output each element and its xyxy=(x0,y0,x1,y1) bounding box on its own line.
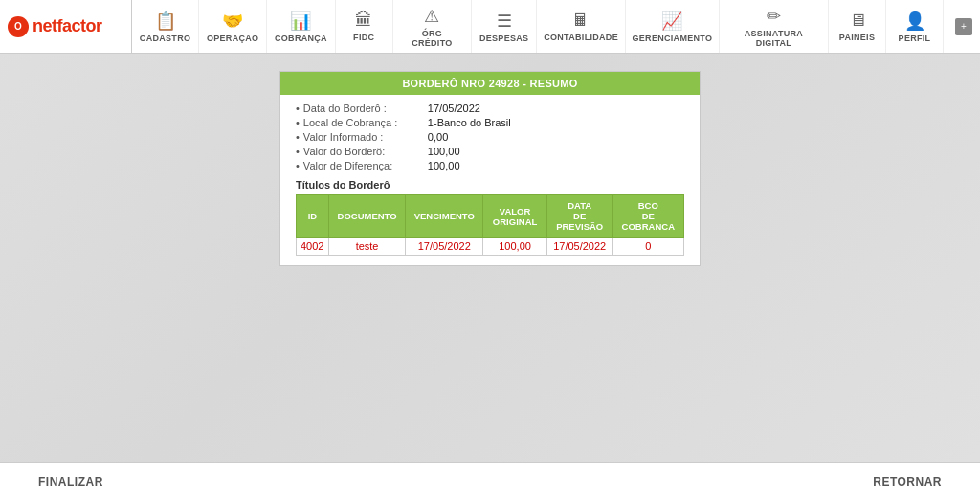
titles-table: IDDOCUMENTOVENCIMENTOVALORORIGINALDATADE… xyxy=(296,194,684,256)
info-label: Valor do Borderô: xyxy=(303,146,428,157)
nav-item-perfil[interactable]: 👤 PERFIL xyxy=(886,0,944,53)
logo-text: netfactor xyxy=(33,16,102,36)
nav-item-contabilidade[interactable]: 🖩 CONTABILIDADE xyxy=(537,0,626,53)
cell-id[interactable] xyxy=(297,238,329,256)
finalizar-button[interactable]: FINALIZAR xyxy=(38,475,103,489)
bullet: • xyxy=(296,146,300,157)
operacao-icon: 🤝 xyxy=(222,11,243,32)
perfil-icon: 👤 xyxy=(904,11,925,32)
info-label: Local de Cobrança : xyxy=(303,117,428,128)
table-row xyxy=(297,238,684,256)
info-value: 17/05/2022 xyxy=(428,102,480,114)
input-id[interactable] xyxy=(297,238,328,255)
input-bco_cobranca[interactable] xyxy=(613,238,683,255)
nav-item-operacao[interactable]: 🤝 OPERAÇÃO xyxy=(199,0,267,53)
contabilidade-icon: 🖩 xyxy=(572,11,590,31)
org-credito-icon: ⚠ xyxy=(424,6,439,27)
top-navigation: O netfactor 📋 CADASTRO 🤝 OPERAÇÃO 📊 COBR… xyxy=(0,0,980,54)
input-data_previsao[interactable] xyxy=(547,238,612,255)
info-label: Data do Borderô : xyxy=(303,102,428,114)
info-row: • Local de Cobrança : 1-Banco do Brasil xyxy=(296,117,684,128)
retornar-button[interactable]: RETORNAR xyxy=(873,475,942,489)
info-value: 1-Banco do Brasil xyxy=(428,117,511,128)
cell-documento[interactable] xyxy=(328,238,405,256)
summary-card: BORDERÔ NRO 24928 - RESUMO • Data do Bor… xyxy=(279,71,701,266)
card-title: BORDERÔ NRO 24928 - RESUMO xyxy=(280,72,700,95)
despesas-icon: ☰ xyxy=(497,11,512,32)
assinatura-digital-label: ASSINATURA DIGITAL xyxy=(729,29,818,48)
info-value: 0,00 xyxy=(428,131,448,143)
nav-items: 📋 CADASTRO 🤝 OPERAÇÃO 📊 COBRANÇA 🏛 FIDC … xyxy=(132,0,944,53)
nav-item-assinatura-digital[interactable]: ✏ ASSINATURA DIGITAL xyxy=(720,0,829,53)
contabilidade-label: CONTABILIDADE xyxy=(544,33,618,42)
expand-button[interactable]: + xyxy=(955,18,972,35)
fidc-icon: 🏛 xyxy=(355,11,372,31)
cell-vencimento[interactable] xyxy=(406,238,483,256)
bullet: • xyxy=(296,160,300,171)
col-header-vencimento: VENCIMENTO xyxy=(406,195,483,238)
info-value: 100,00 xyxy=(428,160,460,171)
col-header-data_previsao: DATADE PREVISÃO xyxy=(546,195,612,238)
bullet: • xyxy=(296,102,300,114)
cadastro-label: CADASTRO xyxy=(140,34,190,43)
gerenciamento-label: GERENCIAMENTO xyxy=(632,34,712,43)
col-header-valor_original: VALORORIGINAL xyxy=(483,195,546,238)
nav-end: + xyxy=(944,18,972,35)
info-label: Valor Informado : xyxy=(303,131,428,143)
nav-item-cobranca[interactable]: 📊 COBRANÇA xyxy=(267,0,336,53)
logo-circle: O xyxy=(8,16,29,37)
nav-item-org-credito[interactable]: ⚠ ÓRG CRÉDITO xyxy=(393,0,472,53)
info-value: 100,00 xyxy=(428,146,460,157)
cobranca-icon: 📊 xyxy=(290,11,311,32)
section-title: Títulos do Borderô xyxy=(296,179,684,191)
assinatura-digital-icon: ✏ xyxy=(767,6,781,27)
operacao-label: OPERAÇÃO xyxy=(207,34,258,43)
cobranca-label: COBRANÇA xyxy=(275,34,327,43)
col-header-bco_cobranca: BCODE COBRANCA xyxy=(612,195,683,238)
col-header-documento: DOCUMENTO xyxy=(328,195,405,238)
input-valor_original[interactable] xyxy=(483,238,546,255)
nav-item-gerenciamento[interactable]: 📈 GERENCIAMENTO xyxy=(626,0,720,53)
info-label: Valor de Diferença: xyxy=(303,160,428,171)
fidc-label: FIDC xyxy=(353,33,374,42)
logo-factor: factor xyxy=(57,16,102,35)
bottom-bar: FINALIZAR RETORNAR xyxy=(0,462,980,500)
nav-item-despesas[interactable]: ☰ DESPESAS xyxy=(472,0,537,53)
cell-bco_cobranca[interactable] xyxy=(612,238,683,256)
nav-item-fidc[interactable]: 🏛 FIDC xyxy=(336,0,393,53)
logo-net: net xyxy=(33,16,57,35)
despesas-label: DESPESAS xyxy=(479,34,528,43)
nav-item-paineis[interactable]: 🖥 PAINEIS xyxy=(829,0,886,53)
org-credito-label: ÓRG CRÉDITO xyxy=(403,29,461,48)
paineis-label: PAINEIS xyxy=(839,33,875,42)
main-content: BORDERÔ NRO 24928 - RESUMO • Data do Bor… xyxy=(0,54,980,462)
info-row: • Valor do Borderô: 100,00 xyxy=(296,146,684,157)
col-header-id: ID xyxy=(297,195,329,238)
nav-item-cadastro[interactable]: 📋 CADASTRO xyxy=(132,0,199,53)
cell-valor_original[interactable] xyxy=(483,238,546,256)
info-row: • Data do Borderô : 17/05/2022 xyxy=(296,102,684,114)
info-row: • Valor de Diferença: 100,00 xyxy=(296,160,684,171)
logo-area: O netfactor xyxy=(8,0,132,53)
info-row: • Valor Informado : 0,00 xyxy=(296,131,684,143)
input-vencimento[interactable] xyxy=(406,238,482,255)
input-documento[interactable] xyxy=(329,238,405,255)
cell-data_previsao[interactable] xyxy=(546,238,612,256)
bullet: • xyxy=(296,117,300,128)
perfil-label: PERFIL xyxy=(899,34,931,43)
gerenciamento-icon: 📈 xyxy=(661,11,682,32)
paineis-icon: 🖥 xyxy=(849,11,866,31)
cadastro-icon: 📋 xyxy=(155,11,176,32)
bullet: • xyxy=(296,131,300,143)
card-body: • Data do Borderô : 17/05/2022 • Local d… xyxy=(280,95,700,265)
